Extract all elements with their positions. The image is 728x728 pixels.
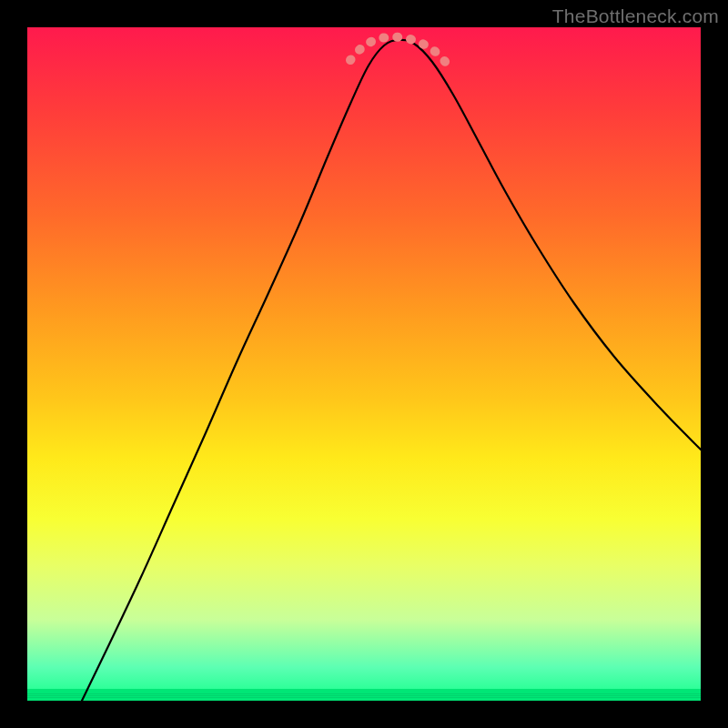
gradient-plot-area <box>27 27 701 701</box>
black-v-curve <box>82 40 701 701</box>
pink-floor-curve <box>350 37 451 69</box>
curve-svg <box>27 27 701 701</box>
frame: TheBottleneck.com <box>0 0 728 728</box>
watermark-text: TheBottleneck.com <box>552 5 719 27</box>
